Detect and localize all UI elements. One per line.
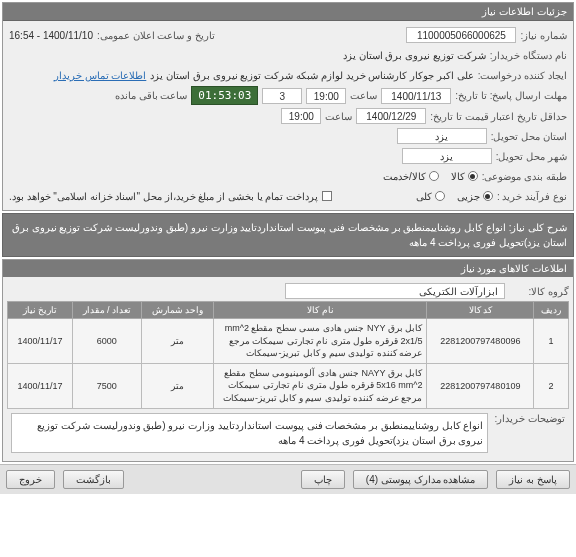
- button-bar: پاسخ به نیاز مشاهده مدارک پیوستی (4) چاپ…: [0, 464, 576, 494]
- col-idx: ردیف: [534, 302, 569, 319]
- row-buy-type: نوع فرآیند خرید : جزیی کلی پرداخت تمام ی…: [9, 186, 567, 206]
- buy-type-opt-0: جزیی: [457, 191, 480, 202]
- validity-label: حداقل تاریخ اعتبار قیمت تا تاریخ:: [430, 111, 567, 122]
- class-radio-group: کالا کالا/خدمت: [383, 171, 478, 182]
- contact-link[interactable]: اطلاعات تماس خریدار: [54, 70, 147, 81]
- group-value: ابزارآلات الکتریکی: [285, 283, 505, 299]
- payment-checkbox[interactable]: [322, 191, 332, 201]
- payment-note: پرداخت تمام یا بخشی از مبلغ خرید،از محل …: [9, 191, 318, 202]
- col-unit: واحد شمارش: [141, 302, 214, 319]
- cell-qty: 7500: [72, 363, 141, 408]
- print-button[interactable]: چاپ: [301, 470, 345, 489]
- requester-value: علی اکبر جوکار کارشناس خرید لوازم شبکه ش…: [150, 70, 473, 81]
- items-panel: اطلاعات کالاهای مورد نیاز گروه کالا: ابز…: [2, 259, 574, 462]
- requester-label: ایجاد کننده درخواست:: [478, 70, 567, 81]
- overview-box: شرح کلی نیاز: انواع کابل روشناییمنطبق بر…: [2, 213, 574, 257]
- items-header: اطلاعات کالاهای مورد نیاز: [3, 260, 573, 277]
- col-date: تاریخ نیاز: [8, 302, 73, 319]
- radio-icon: [483, 191, 493, 201]
- buy-type-radio-2[interactable]: کلی: [416, 191, 445, 202]
- days-value: 3: [262, 88, 302, 104]
- overview-text: انواع کابل روشناییمنطبق بر مشخصات فنی پی…: [12, 222, 567, 248]
- panel-title: جزئیات اطلاعات نیاز: [3, 3, 573, 21]
- col-code: کد کالا: [427, 302, 534, 319]
- items-table: ردیف کد کالا نام کالا واحد شمارش تعداد /…: [7, 301, 569, 409]
- class-radio-1[interactable]: کالا: [451, 171, 478, 182]
- reply-button[interactable]: پاسخ به نیاز: [496, 470, 570, 489]
- row-need-no: شماره نیاز: 1100005066000625 تاریخ و ساع…: [9, 25, 567, 45]
- deliver-city-value: یزد: [402, 148, 492, 164]
- need-no-value: 1100005066000625: [406, 27, 516, 43]
- explain-label: توضیحات خریدار:: [494, 413, 565, 424]
- cell-name: کابل برق NAYY جنس هادی آلومینیومی سطح مق…: [214, 363, 427, 408]
- docs-button[interactable]: مشاهده مدارک پیوستی (4): [353, 470, 489, 489]
- validity-time: 19:00: [281, 108, 321, 124]
- row-buyer-org: نام دستگاه خریدار: شرکت توزیع نیروی برق …: [9, 45, 567, 65]
- cell-date: 1400/11/17: [8, 319, 73, 364]
- cell-idx: 2: [534, 363, 569, 408]
- row-class: طبقه بندی موضوعی: کالا کالا/خدمت: [9, 166, 567, 186]
- deliver-province-label: استان محل تحویل:: [491, 131, 567, 142]
- deliver-province-value: یزد: [397, 128, 487, 144]
- table-header-row: ردیف کد کالا نام کالا واحد شمارش تعداد /…: [8, 302, 569, 319]
- info-body: شماره نیاز: 1100005066000625 تاریخ و ساع…: [3, 21, 573, 210]
- buy-type-label: نوع فرآیند خرید :: [497, 191, 567, 202]
- reply-deadline-time: 19:00: [306, 88, 346, 104]
- group-label: گروه کالا:: [509, 286, 569, 297]
- radio-icon: [435, 191, 445, 201]
- remaining-label: ساعت باقی مانده: [115, 90, 188, 101]
- buy-type-radio-1[interactable]: جزیی: [457, 191, 493, 202]
- cell-unit: متر: [141, 319, 214, 364]
- explain-text: انواع کابل روشناییمنطبق بر مشخصات فنی پی…: [11, 413, 488, 453]
- time-label-1: ساعت: [350, 90, 377, 101]
- pub-datetime-value: 1400/11/10 - 16:54: [9, 30, 93, 41]
- class-radio-2[interactable]: کالا/خدمت: [383, 171, 439, 182]
- reply-deadline-label: مهلت ارسال پاسخ: تا تاریخ:: [455, 90, 567, 101]
- overview-label: شرح کلی نیاز:: [509, 222, 567, 233]
- col-qty: تعداد / مقدار: [72, 302, 141, 319]
- need-no-label: شماره نیاز:: [520, 30, 567, 41]
- time-label-2: ساعت: [325, 111, 352, 122]
- class-opt-0: کالا: [451, 171, 465, 182]
- class-label: طبقه بندی موضوعی:: [482, 171, 567, 182]
- table-row: 22281200797480109کابل برق NAYY جنس هادی …: [8, 363, 569, 408]
- countdown-timer: 01:53:03: [191, 86, 258, 105]
- buy-type-opt-1: کلی: [416, 191, 432, 202]
- buyer-org-value: شرکت توزیع نیروی برق استان یزد: [343, 50, 486, 61]
- buy-type-radio-group: جزیی کلی: [416, 191, 493, 202]
- group-row: گروه کالا: ابزارآلات الکتریکی: [7, 281, 569, 301]
- pub-datetime-label: تاریخ و ساعت اعلان عمومی:: [97, 30, 215, 41]
- table-row: 12281200797480096کابل برق NYY جنس هادی م…: [8, 319, 569, 364]
- class-opt-1: کالا/خدمت: [383, 171, 426, 182]
- cell-name: کابل برق NYY جنس هادی مسی سطح مقطع mm^2 …: [214, 319, 427, 364]
- explain-row: توضیحات خریدار: انواع کابل روشناییمنطبق …: [7, 409, 569, 457]
- row-deliver-province: استان محل تحویل: یزد: [9, 126, 567, 146]
- main-panel: جزئیات اطلاعات نیاز شماره نیاز: 11000050…: [2, 2, 574, 211]
- col-name: نام کالا: [214, 302, 427, 319]
- radio-icon: [468, 171, 478, 181]
- cell-qty: 6000: [72, 319, 141, 364]
- cell-date: 1400/11/17: [8, 363, 73, 408]
- buyer-org-label: نام دستگاه خریدار:: [490, 50, 567, 61]
- validity-date: 1400/12/29: [356, 108, 426, 124]
- row-reply-deadline: مهلت ارسال پاسخ: تا تاریخ: 1400/11/13 سا…: [9, 85, 567, 106]
- exit-button[interactable]: خروج: [6, 470, 55, 489]
- back-button[interactable]: بازگشت: [63, 470, 124, 489]
- radio-icon: [429, 171, 439, 181]
- reply-deadline-date: 1400/11/13: [381, 88, 451, 104]
- row-validity: حداقل تاریخ اعتبار قیمت تا تاریخ: 1400/1…: [9, 106, 567, 126]
- cell-unit: متر: [141, 363, 214, 408]
- cell-code: 2281200797480096: [427, 319, 534, 364]
- cell-idx: 1: [534, 319, 569, 364]
- cell-code: 2281200797480109: [427, 363, 534, 408]
- row-deliver-city: شهر محل تحویل: یزد: [9, 146, 567, 166]
- deliver-city-label: شهر محل تحویل:: [496, 151, 567, 162]
- row-requester: ایجاد کننده درخواست: علی اکبر جوکار کارش…: [9, 65, 567, 85]
